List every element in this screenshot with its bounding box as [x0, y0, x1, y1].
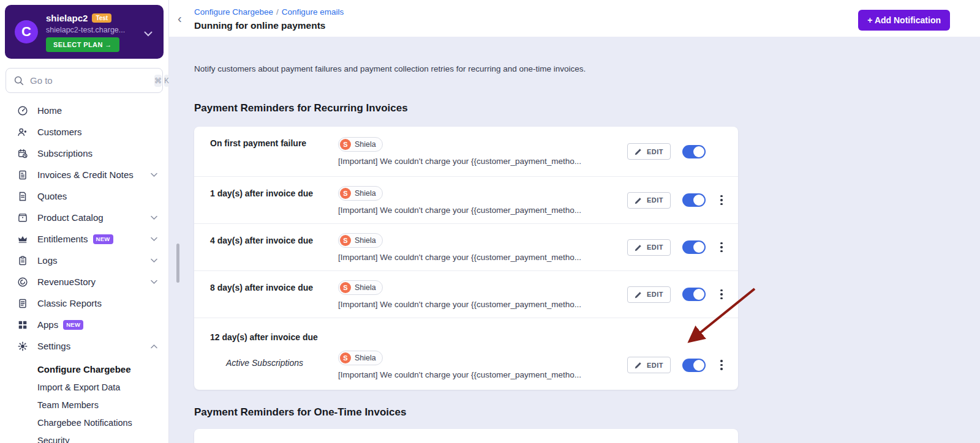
customers-icon	[17, 127, 28, 138]
global-search[interactable]: ⌘ K	[6, 68, 163, 93]
sender-badge: S Shiela	[338, 233, 383, 248]
sidebar-item-label: Settings	[37, 341, 70, 351]
pencil-icon	[635, 291, 643, 299]
trigger-label: 1 day(s) after invoice due	[194, 187, 338, 199]
sidebar-scrollbar-thumb[interactable]	[176, 244, 179, 283]
edit-button[interactable]: EDIT	[627, 286, 671, 303]
sender-badge: S Shiela	[338, 186, 383, 201]
edit-button[interactable]: EDIT	[627, 192, 671, 209]
sidebar-item-apps[interactable]: Apps NEW	[0, 314, 168, 335]
sidebar-item-classic-reports[interactable]: Classic Reports	[0, 292, 168, 314]
toggle-switch-on[interactable]	[682, 288, 706, 301]
sender-name: Shiela	[355, 236, 376, 245]
sender-badge: S Shiela	[338, 351, 383, 365]
sidebar-item-label: Quotes	[37, 191, 67, 201]
account-card[interactable]: C shielapc2 Test shielapc2-test.charge..…	[5, 5, 164, 59]
sidebar-item-customers[interactable]: Customers	[0, 121, 168, 143]
trigger-label: 12 day(s) after invoice due	[194, 318, 738, 342]
sidebar-item-subscriptions[interactable]: Subscriptions	[0, 143, 168, 164]
email-subject-preview: [Important] We couldn't charge your {{cu…	[338, 157, 627, 166]
select-plan-button[interactable]: SELECT PLAN →	[46, 37, 119, 52]
sender-name: Shiela	[355, 354, 376, 362]
sidebar: C shielapc2 Test shielapc2-test.charge..…	[0, 0, 169, 443]
chevron-down-icon	[151, 215, 157, 220]
sidebar-subitem-security[interactable]: Security	[0, 431, 168, 443]
sender-avatar: S	[340, 282, 351, 293]
revenuestory-icon	[17, 277, 28, 288]
sender-name: Shiela	[355, 140, 376, 149]
trigger-label: On first payment failure	[194, 137, 338, 149]
kebab-menu-icon[interactable]	[717, 195, 726, 206]
sidebar-item-quotes[interactable]: Quotes	[0, 185, 168, 207]
sidebar-item-label: Invoices & Credit Notes	[37, 169, 134, 180]
sidebar-item-label: Home	[37, 105, 62, 116]
sidebar-item-product-catalog[interactable]: Product Catalog	[0, 207, 168, 228]
kebab-menu-icon[interactable]	[717, 360, 726, 370]
pencil-icon	[635, 244, 643, 251]
product-catalog-icon	[17, 212, 28, 223]
toggle-switch-on[interactable]	[682, 145, 706, 158]
sidebar-item-label: Subscriptions	[37, 148, 92, 158]
notification-row-8-days: 8 day(s) after invoice due S Shiela [Imp…	[194, 270, 738, 318]
edit-button[interactable]: EDIT	[627, 357, 671, 373]
settings-submenu: Configure Chargebee Import & Export Data…	[0, 360, 168, 443]
new-badge: NEW	[63, 320, 83, 330]
kebab-menu-icon[interactable]	[717, 289, 726, 300]
account-name: shielapc2	[46, 13, 88, 23]
edit-button[interactable]: EDIT	[627, 143, 671, 160]
search-input[interactable]	[30, 75, 152, 86]
subscriptions-calendar-icon	[17, 148, 28, 159]
sidebar-subitem-team-members[interactable]: Team Members	[0, 396, 168, 414]
new-badge: NEW	[93, 234, 113, 244]
breadcrumb-link-configure-chargebee[interactable]: Configure Chargebee	[194, 7, 273, 17]
toggle-switch-on[interactable]	[682, 240, 706, 254]
kebab-menu-icon[interactable]	[717, 242, 726, 253]
notification-row-4-days: 4 day(s) after invoice due S Shiela [Imp…	[194, 223, 738, 270]
sidebar-item-label: Entitlements	[37, 234, 88, 244]
pencil-icon	[635, 361, 643, 369]
sidebar-item-invoices[interactable]: Invoices & Credit Notes	[0, 164, 168, 185]
toggle-switch-on[interactable]	[682, 193, 706, 207]
sender-badge: S Shiela	[338, 280, 383, 295]
search-icon	[13, 75, 24, 86]
sidebar-item-revenuestory[interactable]: RevenueStory	[0, 271, 168, 292]
back-chevron-icon[interactable]: ‹	[178, 12, 182, 24]
sidebar-item-entitlements[interactable]: Entitlements NEW	[0, 228, 168, 250]
pencil-icon	[635, 196, 643, 204]
account-domain: shielapc2-test.charge...	[46, 26, 125, 34]
sender-avatar: S	[340, 352, 351, 363]
sidebar-item-logs[interactable]: Logs	[0, 250, 168, 271]
sidebar-item-label: Customers	[37, 127, 82, 137]
sidebar-item-settings[interactable]: Settings	[0, 335, 168, 357]
sidebar-subitem-configure-chargebee[interactable]: Configure Chargebee	[0, 360, 168, 378]
sender-avatar: S	[340, 139, 351, 150]
sidebar-subitem-import-export[interactable]: Import & Export Data	[0, 378, 168, 396]
toggle-switch-on[interactable]	[682, 359, 706, 372]
email-subject-preview: [Important] We couldn't charge your {{cu…	[338, 253, 627, 262]
section-heading-recurring: Payment Reminders for Recurring Invoices	[194, 102, 408, 114]
recurring-reminders-card: On first payment failure S Shiela [Impor…	[194, 127, 738, 390]
page-header: ‹ Configure Chargebee/Configure emails D…	[169, 0, 980, 37]
sidebar-item-home[interactable]: Home	[0, 100, 168, 121]
chargebee-logo-icon: C	[15, 20, 38, 43]
apps-grid-icon	[17, 319, 28, 330]
notification-row-1-day: 1 day(s) after invoice due S Shiela [Imp…	[194, 176, 738, 223]
notification-row-12-days: 12 day(s) after invoice due Active Subsc…	[194, 318, 738, 390]
email-subject-preview: [Important] We couldn't charge your {{cu…	[338, 300, 627, 309]
sender-avatar: S	[340, 235, 351, 246]
notification-row-first-payment-failure: On first payment failure S Shiela [Impor…	[194, 127, 738, 176]
edit-button[interactable]: EDIT	[627, 239, 671, 256]
chevron-down-icon[interactable]	[144, 28, 153, 39]
cmd-key-badge: ⌘	[154, 75, 162, 87]
email-subject-preview: [Important] We couldn't charge your {{cu…	[338, 370, 627, 379]
sidebar-item-label: Classic Reports	[37, 298, 102, 308]
breadcrumb-separator: /	[276, 7, 279, 17]
sender-name: Shiela	[355, 189, 376, 198]
add-notification-button[interactable]: + Add Notification	[858, 10, 950, 31]
breadcrumb-link-configure-emails[interactable]: Configure emails	[282, 7, 344, 17]
sender-badge: S Shiela	[338, 137, 383, 152]
sidebar-item-label: Apps	[37, 319, 58, 330]
sidebar-subitem-chargebee-notifications[interactable]: Chargebee Notifications	[0, 414, 168, 431]
plan-scope-label: Active Subscriptions	[194, 357, 338, 369]
quotes-icon	[17, 191, 28, 202]
